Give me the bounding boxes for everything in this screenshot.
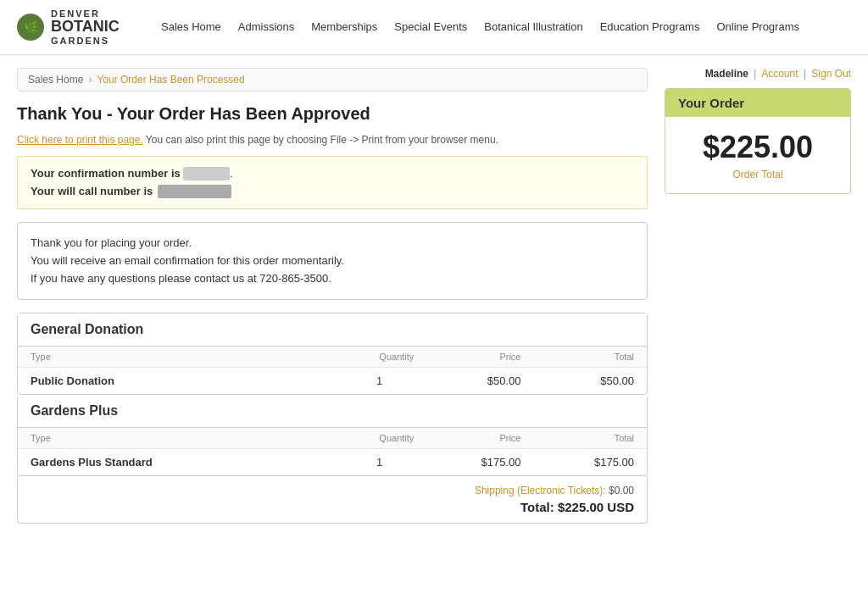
order-section-gardens-plus: Gardens Plus Type Quantity Price Total G… — [17, 395, 648, 476]
will-call-label: Your will call number is — [31, 185, 153, 197]
row-qty2: 1 — [332, 449, 426, 476]
print-notice: Click here to print this page. You can a… — [17, 134, 648, 146]
breadcrumb-separator: › — [88, 74, 92, 86]
signout-link[interactable]: Sign Out — [811, 68, 851, 80]
table-row: Public Donation 1 $50.00 $50.00 — [18, 368, 647, 395]
order-card: Your Order $225.00 Order Total — [665, 88, 851, 194]
row-total: $50.00 — [533, 368, 647, 395]
info-line3: If you have any questions please contact… — [31, 270, 634, 288]
user-actions: Madeline | Account | Sign Out — [665, 68, 851, 80]
nav-special-events[interactable]: Special Events — [394, 20, 467, 33]
pipe1: | — [754, 68, 756, 80]
order-section-donation: General Donation Type Quantity Price Tot… — [17, 313, 648, 395]
info-line2: You will receive an email confirmation f… — [31, 252, 634, 270]
logo-line3: GARDENS — [51, 36, 120, 46]
will-call-number: 1234567 — [158, 185, 231, 198]
nav-memberships[interactable]: Memberships — [311, 20, 377, 33]
row-total2: $175.00 — [533, 449, 647, 476]
order-total-label: Order Total — [678, 169, 837, 180]
donation-table: Type Quantity Price Total Public Donatio… — [18, 347, 647, 394]
shipping-label: Shipping (Electronic Tickets): — [475, 485, 606, 496]
total-line: Total: $225.00 USD — [31, 500, 634, 514]
section-header-gardens-plus: Gardens Plus — [18, 395, 647, 428]
will-call-line: Your will call number is 1234567 — [31, 185, 634, 198]
print-link[interactable]: Click here to print this page. — [17, 134, 143, 146]
info-line1: Thank you for placing your order. — [31, 235, 634, 252]
shipping-value: $0.00 — [609, 485, 634, 496]
pipe2: | — [804, 68, 806, 80]
col-header-total2: Total — [533, 428, 647, 449]
page-title: Thank You - Your Order Has Been Approved — [17, 104, 648, 124]
col-header-price: Price — [426, 347, 533, 368]
site-header: 🌿 DENVER BOTANIC GARDENS Sales Home Admi… — [0, 0, 868, 55]
order-card-header: Your Order — [665, 89, 850, 117]
nav-sales-home[interactable]: Sales Home — [161, 20, 221, 33]
logo-icon: 🌿 — [17, 14, 44, 41]
col-header-qty2: Quantity — [332, 428, 426, 449]
breadcrumb-home[interactable]: Sales Home — [28, 74, 83, 86]
order-total-amount: $225.00 — [678, 130, 837, 165]
page-wrapper: Sales Home › Your Order Has Been Process… — [0, 55, 868, 536]
main-content: Sales Home › Your Order Has Been Process… — [17, 68, 648, 524]
col-header-type2: Type — [18, 428, 332, 449]
logo-line2: BOTANIC — [51, 19, 120, 36]
row-type2: Gardens Plus Standard — [18, 449, 332, 476]
section-header-donation: General Donation — [18, 313, 647, 347]
print-notice-text: You can also print this page by choosing… — [143, 134, 498, 146]
sidebar: Madeline | Account | Sign Out Your Order… — [665, 68, 851, 524]
col-header-price2: Price — [426, 428, 533, 449]
order-card-body: $225.00 Order Total — [665, 117, 850, 193]
nav-education-programs[interactable]: Education Programs — [600, 20, 700, 33]
conf-number-line: Your confirmation number is 9263000. — [31, 167, 634, 180]
total-label: Total: — [520, 500, 554, 514]
info-box: Thank you for placing your order. You wi… — [17, 222, 648, 300]
row-price2: $175.00 — [426, 449, 533, 476]
logo-text: DENVER BOTANIC GARDENS — [51, 8, 120, 46]
col-header-type: Type — [18, 347, 332, 368]
account-link[interactable]: Account — [761, 68, 798, 80]
breadcrumb-current: Your Order Has Been Processed — [97, 74, 244, 86]
breadcrumb: Sales Home › Your Order Has Been Process… — [17, 68, 648, 92]
user-name: Madeline — [705, 68, 748, 80]
shipping-line: Shipping (Electronic Tickets): $0.00 — [31, 485, 634, 496]
gardens-plus-table: Type Quantity Price Total Gardens Plus S… — [18, 428, 647, 475]
row-type: Public Donation — [18, 368, 332, 395]
conf-label: Your confirmation number is — [31, 167, 181, 180]
row-qty: 1 — [332, 368, 426, 395]
row-price: $50.00 — [426, 368, 533, 395]
conf-number: 9263000 — [183, 167, 230, 180]
main-nav: Sales Home Admissions Memberships Specia… — [161, 20, 799, 33]
col-header-total: Total — [533, 347, 647, 368]
confirmation-box: Your confirmation number is 9263000. You… — [17, 156, 648, 209]
total-value: $225.00 USD — [558, 500, 634, 514]
nav-online-programs[interactable]: Online Programs — [716, 20, 799, 33]
logo: 🌿 DENVER BOTANIC GARDENS — [17, 8, 136, 46]
col-header-qty: Quantity — [332, 347, 426, 368]
totals-row: Shipping (Electronic Tickets): $0.00 Tot… — [17, 476, 648, 524]
nav-admissions[interactable]: Admissions — [238, 20, 294, 33]
table-row: Gardens Plus Standard 1 $175.00 $175.00 — [18, 449, 647, 476]
nav-botanical-illustration[interactable]: Botanical Illustration — [484, 20, 582, 33]
